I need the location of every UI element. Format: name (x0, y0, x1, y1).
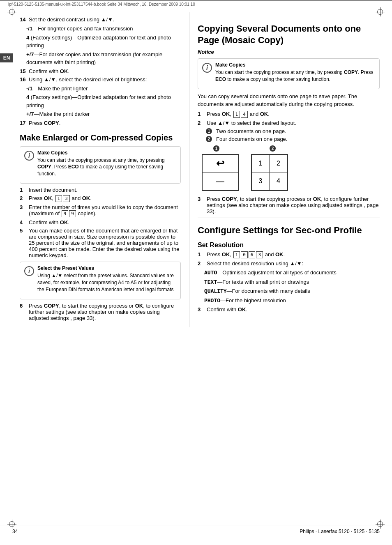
s1-step2-text: Press OK, 13 and OK. (29, 195, 92, 202)
mosaic-diagram: 1 2 ↩ — 1 2 3 4 (202, 145, 380, 191)
notice-box-1: i Make Copies You can start the copying … (20, 146, 181, 184)
mosaic-grid-2up: ↩ — (202, 154, 239, 191)
step-16-text: Using ▲/▼, select the desired level of b… (29, 76, 147, 83)
s1-step3-label: 3 (20, 204, 27, 210)
section2-step1: 1 Press OK, 14 and OK. (198, 111, 380, 118)
notice-content-2: Select the Preset Values Using ▲/▼ selec… (37, 265, 176, 295)
notice-word: Notice (198, 49, 214, 55)
layout-option-1: 1 Two documents on one page. (206, 128, 380, 134)
s2-step1-label: 1 (198, 111, 205, 117)
section3-title: Configure Settings for Sec-ond Profile (198, 225, 380, 236)
s1-step1-text: Insert the document. (29, 187, 78, 193)
s1-step6-text: Press COPY, to start the copying process… (29, 303, 181, 321)
s3-step1-label: 1 (198, 251, 205, 258)
footer: 34 Philips · Laserfax 5120 · 5125 · 5135 (0, 526, 392, 537)
section1-step4: 4 Confirm with OK. (20, 219, 181, 225)
section3-step1: 1 Press OK, 1063 and OK. (198, 251, 380, 258)
s3-step2-label: 2 (198, 260, 205, 267)
section1-step3: 3 Enter the number of times you would li… (20, 204, 181, 217)
section1-step1: 1 Insert the document. (20, 187, 181, 193)
notice-text-3: You can start the copying process at any… (215, 69, 375, 83)
bullet-2: 2 (206, 136, 212, 142)
layout-options: 1 Two documents on one page. 2 Four docu… (206, 128, 380, 142)
notice-icon-1: i (24, 151, 34, 161)
step-14-sub1: -/1—For brighter copies and fax transmis… (26, 25, 181, 33)
bullet-1: 1 (206, 128, 212, 134)
s3-step3-label: 3 (198, 306, 205, 313)
section2-step2: 2 Use ▲/▼ to select the desired layout. (198, 120, 380, 126)
s2-step3-label: 3 (198, 196, 205, 202)
notice-content-3: Make Copies You can start the copying pr… (215, 62, 375, 85)
step-16-sub1: -/1—Make the print lighter (26, 85, 181, 93)
notice-title-3: Make Copies (215, 62, 375, 68)
s1-step5-label: 5 (20, 228, 27, 234)
mosaic-cell-1: 1 (252, 155, 270, 172)
en-label: EN (0, 53, 13, 62)
step-16-sub2: 4 (Factory settings)—Optimized adaptatio… (26, 93, 181, 109)
notice-icon-3: i (202, 63, 212, 73)
s2-step3-text: Press COPY, to start the copying process… (207, 196, 380, 214)
footer-page-number: 34 (12, 529, 18, 534)
step-14-sub3: +/7—For darker copies and fax transmissi… (26, 51, 181, 67)
layout-text-2: Four documents on one page. (216, 136, 287, 142)
step-16-label: 16 (20, 76, 27, 83)
section1-step5: 5 You can make copies of the document th… (20, 228, 181, 258)
notice-title-2: Select the Preset Values (37, 265, 176, 271)
header-text: ipf-5120-5125-5135-manual-uk-int-2531175… (8, 2, 195, 7)
diagram-label-1: 1 (213, 145, 219, 152)
step-15-label: 15 (20, 68, 27, 74)
res-photo: PHOTO—For the highest resolution (204, 297, 380, 305)
mosaic-cell-2: 2 (270, 155, 287, 172)
divider (198, 218, 380, 218)
s1-step4-text: Confirm with OK. (29, 219, 69, 225)
section3-subtitle: Set Resolution (198, 241, 380, 249)
section3-step2: 2 Select the desired resolution using ▲/… (198, 260, 380, 267)
section1-step2: 2 Press OK, 13 and OK. (20, 195, 181, 202)
mosaic-grid-4up: 1 2 3 4 (251, 154, 288, 191)
section2-intro: You can copy several documents onto one … (198, 92, 380, 108)
step-16: 16 Using ▲/▼, select the desired level o… (20, 76, 181, 83)
step-14-subitems: -/1—For brighter copies and fax transmis… (26, 25, 181, 67)
notice-i-letter: i (28, 152, 30, 159)
notice-box-3: i Make Copies You can start the copying … (198, 58, 380, 89)
res-text: TEXT—For texts with small print or drawi… (204, 278, 380, 287)
step-17: 17 Press COPY. (20, 120, 181, 126)
notice-text-1: You can start the copying process at any… (37, 157, 176, 177)
mosaic-cell-3: 3 (252, 172, 270, 190)
section3-step3: 3 Confirm with OK. (198, 306, 380, 313)
mosaic-diagram-labels: 1 2 (202, 145, 380, 152)
step-16-subitems: -/1—Make the print lighter 4 (Factory se… (26, 85, 181, 118)
mosaic-cell-top: ↩ (203, 155, 238, 172)
s1-step5-text: You can make copies of the document that… (29, 228, 181, 258)
res-quality: QUALITY—For documents with many details (204, 287, 380, 296)
step-17-label: 17 (20, 120, 27, 126)
corner-crosshair-tl (7, 7, 16, 16)
notice-i-letter-3: i (206, 64, 208, 71)
s3-step2-text: Select the desired resolution using ▲/▼: (207, 260, 303, 267)
s2-step1-text: Press OK, 14 and OK. (207, 111, 270, 118)
header-bar: ipf-5120-5125-5135-manual-uk-int-2531175… (0, 0, 392, 8)
corner-crosshair-tr (376, 7, 385, 16)
s2-step2-label: 2 (198, 120, 205, 126)
mosaic-grids: ↩ — 1 2 3 4 (202, 154, 380, 191)
section2-notice-label: Notice (198, 49, 380, 55)
s1-step3-text: Enter the number of times you would like… (29, 204, 181, 217)
notice-icon-2: i (24, 266, 34, 276)
notice-content-1: Make Copies You can start the copying pr… (37, 150, 176, 180)
step-17-text: Press COPY. (29, 120, 60, 126)
mosaic-cell-4: 4 (270, 172, 287, 190)
footer-brand: Philips · Laserfax 5120 · 5125 · 5135 (300, 529, 380, 534)
s3-step3-text: Confirm with OK. (207, 306, 247, 313)
content-wrapper: 14 Set the desired contrast using ▲/▼. -… (0, 12, 392, 336)
s1-step1-label: 1 (20, 187, 27, 193)
right-column: Copying Several Documents onto one Page … (189, 12, 392, 327)
res-auto: AUTO—Optimised adjustment for all types … (204, 269, 380, 277)
section1-title: Make Enlarged or Com-pressed Copies (20, 133, 181, 143)
diagram-label-2: 2 (270, 145, 276, 152)
s3-step1-text: Press OK, 1063 and OK. (207, 251, 285, 258)
step-14-label: 14 (20, 16, 27, 23)
step-15-text: Confirm with OK. (29, 68, 69, 74)
step-16-sub3: +/7—Make the print darker (26, 110, 181, 118)
s1-step2-label: 2 (20, 195, 27, 201)
layout-option-2: 2 Four documents on one page. (206, 136, 380, 142)
